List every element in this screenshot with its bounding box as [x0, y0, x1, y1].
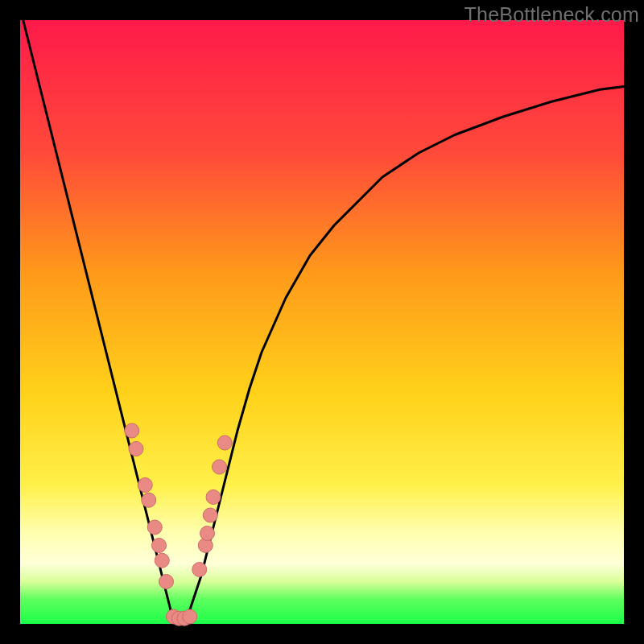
chart-frame [20, 20, 624, 624]
svg-point-2 [129, 442, 143, 456]
attribution-text: TheBottleneck.com [464, 3, 639, 27]
svg-point-19 [183, 609, 197, 624]
svg-point-4 [142, 493, 156, 507]
svg-point-3 [138, 478, 152, 493]
svg-point-8 [159, 575, 174, 589]
svg-point-11 [200, 526, 215, 541]
svg-point-13 [206, 490, 221, 505]
data-points [125, 423, 233, 625]
svg-point-5 [147, 520, 162, 535]
chart-overlay [20, 20, 624, 624]
svg-point-1 [125, 423, 139, 438]
svg-point-12 [203, 508, 217, 522]
bottleneck-curve [20, 8, 624, 624]
svg-point-6 [152, 539, 167, 553]
svg-point-15 [217, 436, 232, 450]
svg-point-14 [213, 460, 227, 474]
svg-point-9 [192, 563, 207, 577]
svg-point-7 [155, 553, 169, 568]
